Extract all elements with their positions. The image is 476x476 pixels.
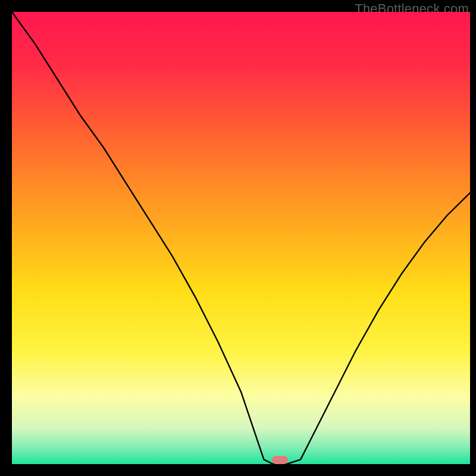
bottleneck-chart	[12, 12, 470, 464]
optimal-marker	[272, 456, 288, 464]
plot-area	[12, 12, 470, 464]
chart-background	[12, 12, 470, 464]
chart-container: TheBottleneck.com	[0, 0, 476, 476]
